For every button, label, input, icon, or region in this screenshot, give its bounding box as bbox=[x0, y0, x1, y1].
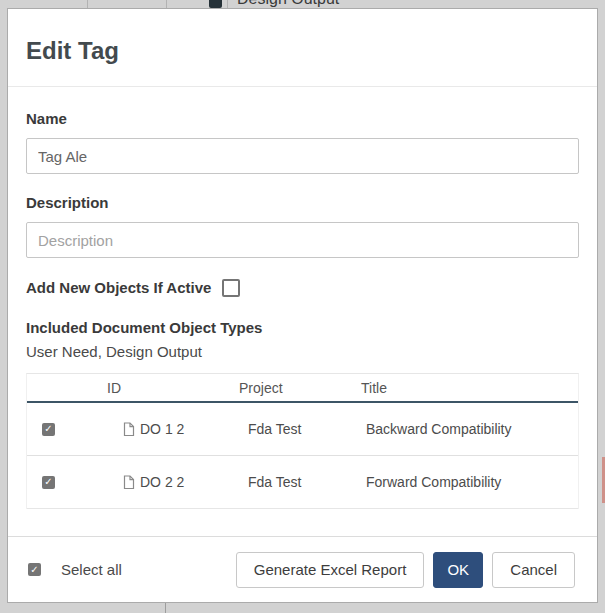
background-row-label: Design Output bbox=[237, 0, 339, 8]
row-id-link[interactable]: DO 2 2 bbox=[140, 474, 184, 490]
table-row: DO 1 2 Fda Test Backward Compatibility bbox=[27, 403, 578, 456]
background-grid-line bbox=[165, 603, 166, 613]
row-project: Fda Test bbox=[239, 474, 361, 490]
object-types-table: ID Project Title DO 1 2 Fda Test Backwar… bbox=[26, 373, 579, 509]
dialog-footer: Select all Generate Excel Report OK Canc… bbox=[8, 536, 597, 602]
edit-tag-dialog: Edit Tag Name Description Add New Object… bbox=[7, 8, 598, 603]
description-input[interactable] bbox=[26, 222, 579, 258]
add-new-objects-label: Add New Objects If Active bbox=[26, 279, 211, 296]
select-all-checkbox[interactable] bbox=[28, 563, 41, 576]
row-checkbox[interactable] bbox=[42, 423, 55, 436]
row-title: Backward Compatibility bbox=[361, 421, 578, 437]
included-types-value: User Need, Design Output bbox=[26, 344, 579, 359]
background-row-checkbox bbox=[209, 0, 222, 8]
row-title: Forward Compatibility bbox=[361, 474, 578, 490]
dialog-title: Edit Tag bbox=[26, 38, 579, 64]
background-page-bottom bbox=[0, 603, 605, 613]
included-types-heading: Included Document Object Types bbox=[26, 320, 579, 335]
select-all-label: Select all bbox=[61, 561, 122, 578]
column-header-title: Title bbox=[361, 380, 578, 396]
name-input[interactable] bbox=[26, 138, 579, 174]
select-all-group: Select all bbox=[28, 561, 122, 578]
description-label: Description bbox=[26, 195, 579, 210]
background-page-top: Design Output bbox=[0, 0, 605, 8]
row-checkbox[interactable] bbox=[42, 476, 55, 489]
ok-button[interactable]: OK bbox=[433, 552, 483, 588]
column-header-id: ID bbox=[87, 380, 239, 396]
document-icon bbox=[123, 422, 135, 437]
background-grid-line bbox=[87, 0, 88, 8]
add-new-objects-checkbox[interactable] bbox=[222, 279, 240, 297]
dialog-header: Edit Tag bbox=[8, 9, 597, 87]
row-project: Fda Test bbox=[239, 421, 361, 437]
name-label: Name bbox=[26, 111, 579, 126]
dialog-body: Name Description Add New Objects If Acti… bbox=[8, 111, 597, 509]
add-new-objects-row: Add New Objects If Active bbox=[26, 279, 579, 296]
column-header-project: Project bbox=[239, 380, 361, 396]
table-row: DO 2 2 Fda Test Forward Compatibility bbox=[27, 456, 578, 509]
background-grid-line bbox=[166, 0, 167, 8]
generate-excel-report-button[interactable]: Generate Excel Report bbox=[236, 552, 425, 588]
table-header-row: ID Project Title bbox=[27, 374, 578, 403]
row-id-link[interactable]: DO 1 2 bbox=[140, 421, 184, 437]
background-grid-line bbox=[227, 0, 228, 8]
cancel-button[interactable]: Cancel bbox=[492, 552, 575, 588]
document-icon bbox=[123, 475, 135, 490]
